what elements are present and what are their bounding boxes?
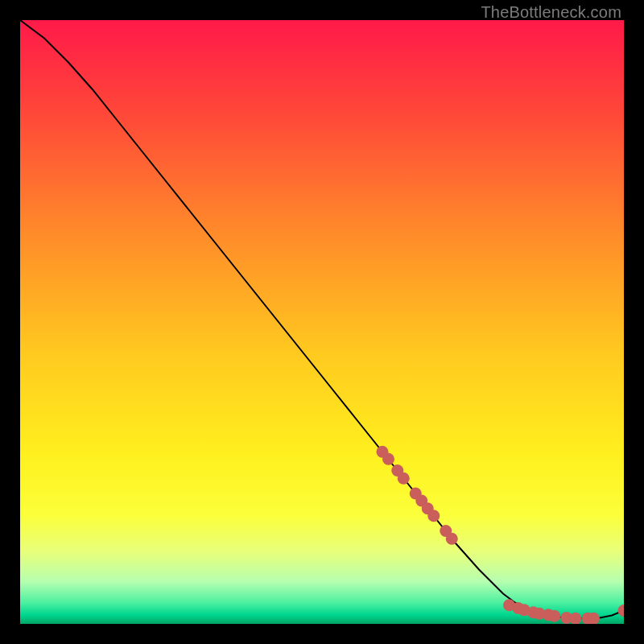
chart-stage: TheBottleneck.com [0,0,644,644]
chart-marker [548,610,560,622]
chart-marker [446,533,458,545]
attribution-text: TheBottleneck.com [481,3,621,22]
chart-marker [398,473,410,485]
chart-marker [382,453,394,465]
bottleneck-chart [20,20,624,624]
chart-background [20,20,624,624]
chart-marker [427,510,440,522]
